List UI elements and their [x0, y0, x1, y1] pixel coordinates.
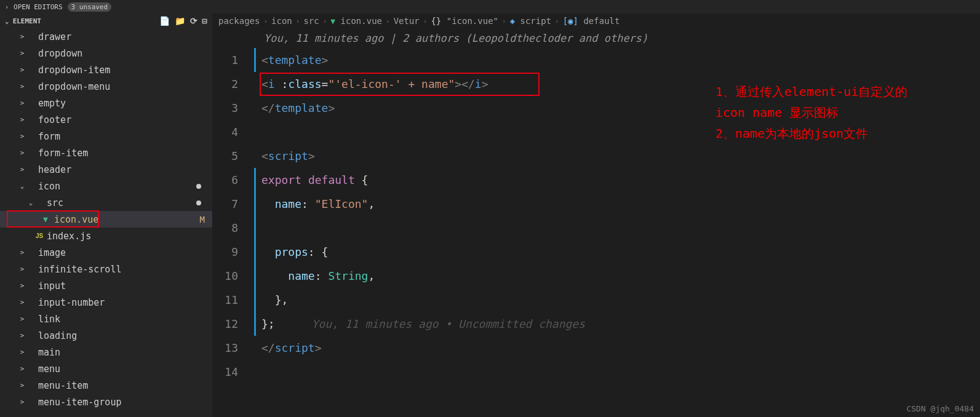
braces-icon: {}	[431, 16, 441, 26]
breadcrumb-item[interactable]: src	[303, 16, 319, 26]
tree-item-label: drawer	[38, 31, 212, 42]
tree-item-menu-item-group[interactable]: >menu-item-group	[0, 394, 212, 410]
chevron-icon: >	[17, 298, 27, 306]
tree-item-dropdown-menu[interactable]: >dropdown-menu	[0, 78, 212, 95]
line-number: 10	[212, 264, 238, 288]
line-number: 2	[212, 72, 238, 96]
breadcrumb-item[interactable]: [◉] default	[563, 16, 620, 26]
chevron-icon: >	[17, 348, 27, 356]
new-file-icon[interactable]: 📄	[159, 16, 170, 26]
breadcrumbs[interactable]: packages›icon›src›▼ icon.vue›Vetur›{} "i…	[212, 14, 980, 28]
vue-file-icon: ▼	[43, 215, 54, 224]
tree-item-label: input-number	[38, 297, 212, 308]
chevron-icon: >	[17, 116, 27, 124]
tree-item-src[interactable]: ⌄src	[0, 194, 212, 211]
chevron-icon: >	[17, 248, 27, 256]
gitlens-inline: You, 11 minutes ago • Uncommitted change…	[275, 312, 585, 336]
tree-item-menu-item[interactable]: >menu-item	[0, 377, 212, 394]
breadcrumb-item[interactable]: ▼ icon.vue	[330, 16, 382, 26]
tree-item-index-js[interactable]: JSindex.js	[0, 228, 212, 244]
refresh-icon[interactable]: ⟳	[190, 16, 197, 26]
breadcrumb-separator-icon: ›	[555, 17, 559, 25]
tree-item-form-item[interactable]: >form-item	[0, 145, 212, 161]
chevron-icon: >	[17, 149, 27, 157]
tree-item-label: icon	[38, 181, 196, 192]
code-line-14	[257, 360, 980, 384]
tree-item-label: input	[38, 280, 212, 292]
tree-item-main[interactable]: >main	[0, 344, 212, 360]
tree-item-label: link	[38, 314, 212, 325]
tree-item-label: menu-item-group	[38, 397, 212, 408]
code-line-10: name: String,	[257, 264, 980, 288]
line-number: 3	[212, 96, 238, 120]
sidebar-title: ELEMENT	[13, 17, 41, 25]
code-line-1: <template>	[257, 48, 980, 72]
tree-item-icon[interactable]: ⌄icon	[0, 178, 212, 194]
tree-item-infinite-scroll[interactable]: >infinite-scroll	[0, 261, 212, 277]
code-line-12: };You, 11 minutes ago • Uncommitted chan…	[257, 312, 980, 336]
explorer-sidebar: ⌄ ELEMENT 📄 📁 ⟳ ⊟ >drawer>dropdown>dropd…	[0, 14, 212, 417]
tree-item-dropdown[interactable]: >dropdown	[0, 45, 212, 62]
code-line-8	[257, 216, 980, 240]
breadcrumb-separator-icon: ›	[423, 17, 428, 25]
tree-item-label: menu	[38, 363, 212, 375]
tree-item-label: header	[38, 164, 212, 175]
chevron-icon: >	[17, 398, 27, 406]
tree-item-label: main	[38, 347, 212, 358]
tree-item-input-number[interactable]: >input-number	[0, 294, 212, 311]
new-folder-icon[interactable]: 📁	[175, 16, 185, 26]
tree-item-drawer[interactable]: >drawer	[0, 28, 212, 45]
breadcrumb-item[interactable]: ◈ script	[510, 16, 551, 26]
chevron-icon: >	[17, 132, 27, 140]
chevron-icon: >	[17, 33, 27, 41]
unsaved-badge: 3 unsaved	[68, 2, 112, 12]
chevron-right-icon: ›	[5, 4, 9, 10]
tree-item-label: empty	[38, 98, 212, 109]
module-icon: ◈	[510, 16, 515, 26]
tree-item-label: index.js	[47, 231, 212, 242]
chevron-icon: ⌄	[17, 182, 27, 190]
tree-item-icon-vue[interactable]: ▼icon.vueM	[0, 211, 212, 228]
line-number: 7	[212, 192, 238, 216]
chevron-icon: >	[17, 49, 27, 57]
open-editors-label: OPEN EDITORS	[14, 3, 62, 11]
tree-item-menu[interactable]: >menu	[0, 360, 212, 377]
top-bar: › OPEN EDITORS 3 unsaved	[0, 0, 980, 14]
code-line-5: <script>	[257, 144, 980, 168]
line-number: 12	[212, 312, 238, 336]
breadcrumb-item[interactable]: Vetur	[394, 16, 420, 26]
chevron-icon: >	[17, 381, 27, 389]
modified-dot-icon	[196, 184, 201, 189]
chevron-icon: >	[17, 365, 27, 373]
tree-item-link[interactable]: >link	[0, 311, 212, 327]
line-number: 9	[212, 240, 238, 264]
chevron-down-icon: ⌄	[5, 17, 9, 25]
tree-item-image[interactable]: >image	[0, 244, 212, 261]
collapse-icon[interactable]: ⊟	[202, 16, 207, 26]
chevron-icon: >	[17, 82, 27, 90]
tree-item-dropdown-item[interactable]: >dropdown-item	[0, 62, 212, 78]
breadcrumb-item[interactable]: {} "icon.vue"	[431, 16, 498, 26]
tree-item-form[interactable]: >form	[0, 128, 212, 145]
breadcrumb-item[interactable]: icon	[271, 16, 292, 26]
chevron-icon: >	[17, 165, 27, 173]
breadcrumb-separator-icon: ›	[323, 17, 327, 25]
sidebar-actions: 📄 📁 ⟳ ⊟	[159, 16, 207, 26]
chevron-icon: >	[17, 282, 27, 290]
breadcrumb-item[interactable]: packages	[218, 16, 260, 26]
tree-item-loading[interactable]: >loading	[0, 327, 212, 344]
tree-item-label: form	[38, 131, 212, 142]
tree-item-empty[interactable]: >empty	[0, 95, 212, 111]
breadcrumb-separator-icon: ›	[263, 17, 268, 25]
modified-dot-icon	[196, 201, 201, 205]
tree-item-label: menu-item	[38, 380, 212, 391]
tree-item-header[interactable]: >header	[0, 161, 212, 178]
chevron-icon: >	[17, 315, 27, 323]
tree-item-label: dropdown	[38, 48, 212, 59]
tree-item-input[interactable]: >input	[0, 277, 212, 294]
tree-item-footer[interactable]: >footer	[0, 111, 212, 128]
sidebar-header[interactable]: ⌄ ELEMENT 📄 📁 ⟳ ⊟	[0, 14, 212, 28]
chevron-icon: >	[17, 265, 27, 273]
breadcrumb-separator-icon: ›	[296, 17, 300, 25]
open-editors-section[interactable]: › OPEN EDITORS 3 unsaved	[5, 2, 111, 12]
